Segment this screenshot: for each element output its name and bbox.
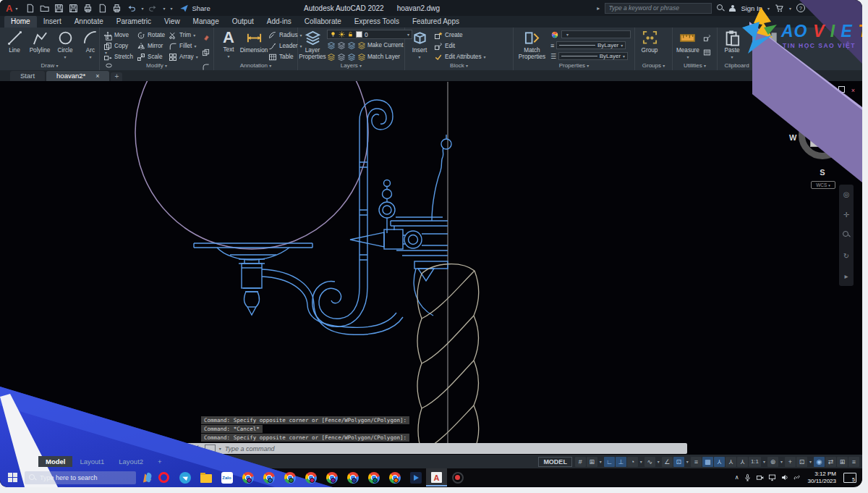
- viewcube[interactable]: N S W E TOP WCS: [792, 101, 853, 188]
- widgets-icon[interactable]: [140, 471, 153, 484]
- insert-block-button[interactable]: Insert: [409, 30, 430, 61]
- layer-tool-icon[interactable]: [347, 53, 356, 62]
- taskbar-app-telegram[interactable]: [174, 468, 195, 486]
- save-as-icon[interactable]: [69, 4, 78, 13]
- taskbar-app-chrome[interactable]: [342, 472, 363, 484]
- arc-tool[interactable]: Arc: [80, 30, 101, 61]
- ribbon-tab[interactable]: Home: [4, 16, 37, 28]
- network-tray-icon[interactable]: [793, 473, 801, 481]
- block-panel-title[interactable]: Block: [405, 62, 513, 70]
- document-tab-hoavan2[interactable]: hoavan2* ×: [46, 71, 109, 81]
- status-toggle-icon[interactable]: ⊛: [767, 457, 778, 467]
- viewcube-top-face[interactable]: TOP: [810, 125, 835, 147]
- taskbar-app-zalo[interactable]: Zalo: [216, 468, 237, 486]
- taskbar-app-file-explorer[interactable]: [195, 468, 216, 486]
- orbit-icon[interactable]: ↻: [843, 252, 849, 260]
- viewcube-south[interactable]: S: [792, 168, 853, 177]
- drawing-restore-icon[interactable]: [838, 86, 845, 94]
- status-toggle-icon[interactable]: ⇄: [825, 457, 836, 467]
- status-toggle-icon[interactable]: ▩: [702, 457, 713, 467]
- command-close-icon[interactable]: ×: [185, 445, 189, 452]
- fillet-tool[interactable]: Fillet: [169, 41, 198, 51]
- ribbon-tab[interactable]: View: [158, 16, 187, 28]
- microphone-tray-icon[interactable]: [744, 473, 752, 481]
- status-toggle-icon[interactable]: Y: [737, 457, 748, 467]
- taskbar-app-chrome[interactable]: [363, 472, 384, 484]
- group-button[interactable]: Group: [639, 30, 660, 54]
- layout1-tab[interactable]: Layout1: [72, 456, 111, 467]
- display-tray-icon[interactable]: [768, 473, 776, 481]
- status-toggle-icon[interactable]: [779, 457, 784, 467]
- edit-block-button[interactable]: Edit: [434, 41, 486, 51]
- linetype-dropdown[interactable]: ByLayer: [558, 52, 628, 60]
- layer-tool-icon[interactable]: [347, 41, 356, 50]
- object-color-dropdown[interactable]: [561, 30, 631, 38]
- circle-tool[interactable]: Circle: [54, 30, 76, 61]
- model-space-canvas[interactable]: Y X – × N S W E TOP WCS ◎ ✛ ↻ ▸: [0, 81, 862, 455]
- taskbar-app-media[interactable]: [405, 468, 426, 486]
- zoom-icon[interactable]: [843, 231, 850, 240]
- status-toggle-icon[interactable]: ⊡: [796, 457, 807, 467]
- line-tool[interactable]: Line: [4, 30, 25, 54]
- scale-tool[interactable]: Scale: [137, 51, 165, 62]
- status-toggle-icon[interactable]: [639, 457, 644, 467]
- snip-tray-icon[interactable]: [756, 473, 764, 481]
- create-block-button[interactable]: Create: [434, 30, 486, 41]
- layer-properties-button[interactable]: Layer Properties: [302, 30, 323, 60]
- qat-customize-icon[interactable]: [170, 6, 172, 11]
- search-icon[interactable]: [717, 4, 724, 12]
- draw-panel-title[interactable]: Draw: [0, 62, 99, 70]
- status-toggle-icon[interactable]: ⊡: [673, 457, 684, 467]
- properties-panel-title[interactable]: Properties: [514, 62, 634, 70]
- start-tab[interactable]: Start: [10, 71, 45, 81]
- drawing-close-icon[interactable]: ×: [851, 87, 855, 94]
- drawing-minimize-icon[interactable]: –: [828, 87, 832, 94]
- open-file-icon[interactable]: [40, 4, 49, 13]
- ribbon-tab[interactable]: Parametric: [110, 16, 158, 28]
- undo-dropdown-icon[interactable]: [141, 6, 143, 11]
- leader-tool[interactable]: Leader: [268, 41, 302, 51]
- match-properties-button[interactable]: Match Properties: [517, 30, 547, 60]
- status-toggle-icon[interactable]: ⊞: [837, 457, 848, 467]
- command-recent-dropdown-icon[interactable]: [219, 446, 221, 451]
- layer-dropdown[interactable]: 0: [327, 30, 412, 39]
- dimension-tool[interactable]: Dimension: [243, 30, 265, 54]
- status-toggle-icon[interactable]: Y: [726, 457, 736, 467]
- model-space-badge[interactable]: MODEL: [538, 457, 572, 467]
- showmotion-icon[interactable]: ▸: [844, 272, 848, 280]
- layer-tool-icon[interactable]: [327, 41, 336, 50]
- explode-tool[interactable]: [202, 46, 210, 59]
- status-toggle-icon[interactable]: ◉: [814, 457, 825, 467]
- help-search-input[interactable]: Type a keyword or phrase: [605, 3, 712, 14]
- plot-icon[interactable]: [83, 4, 93, 13]
- layout2-tab[interactable]: Layout2: [111, 456, 150, 467]
- mirror-tool[interactable]: Mirror: [137, 41, 165, 51]
- rotate-tool[interactable]: Rotate: [137, 30, 165, 41]
- status-toggle-icon[interactable]: ∟: [604, 457, 615, 467]
- text-tool[interactable]: AText: [218, 30, 239, 60]
- notification-center[interactable]: 5: [843, 473, 856, 483]
- print-icon[interactable]: [112, 4, 122, 13]
- close-tab-icon[interactable]: ×: [95, 72, 99, 80]
- status-toggle-icon[interactable]: ∿: [644, 457, 655, 467]
- status-toggle-icon[interactable]: ⊥: [616, 457, 626, 467]
- taskbar-app-opera[interactable]: [153, 468, 174, 486]
- command-drag-handle[interactable]: ⁞⁞: [180, 445, 182, 452]
- utilities-panel-title[interactable]: Utilities: [673, 62, 717, 70]
- volume-tray-icon[interactable]: [780, 473, 788, 481]
- status-toggle-icon[interactable]: ◔: [627, 457, 638, 467]
- layer-tool-icon[interactable]: [357, 53, 366, 62]
- status-toggle-icon[interactable]: ⊞: [587, 457, 597, 467]
- measure-button[interactable]: Measure: [676, 30, 699, 61]
- taskbar-app-chrome[interactable]: [258, 472, 279, 484]
- status-toggle-icon[interactable]: ≡: [848, 457, 859, 467]
- sheet-icon[interactable]: [98, 4, 107, 13]
- start-button[interactable]: [0, 473, 25, 482]
- redo-icon[interactable]: [148, 4, 158, 13]
- radius-tool[interactable]: Radius: [268, 30, 302, 41]
- taskbar-search-input[interactable]: Type here to search: [25, 471, 136, 484]
- save-icon[interactable]: [54, 4, 64, 13]
- clipboard-panel-title[interactable]: Clipboard: [718, 62, 756, 70]
- stretch-tool[interactable]: Stretch: [103, 51, 133, 62]
- share-button[interactable]: Share: [179, 4, 210, 13]
